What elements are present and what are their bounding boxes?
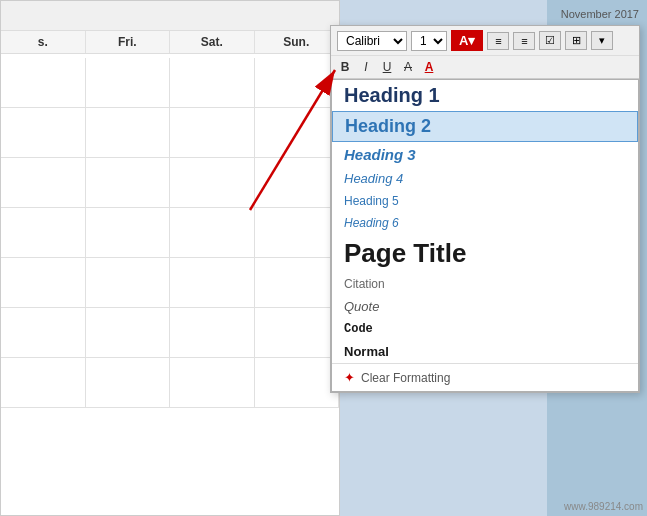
- calendar-cell: [1, 158, 86, 207]
- calendar-cell: [86, 108, 171, 157]
- font-color-button[interactable]: A: [421, 59, 437, 75]
- calendar-cell: [86, 208, 171, 257]
- clear-formatting-item[interactable]: ✦ Clear Formatting: [332, 363, 638, 391]
- clear-formatting-label: Clear Formatting: [361, 371, 450, 385]
- day-s: s.: [1, 31, 86, 53]
- indent-decrease-btn[interactable]: ≡: [487, 32, 509, 50]
- calendar-cell: [86, 358, 171, 407]
- font-family-select[interactable]: Calibri: [337, 31, 407, 51]
- calendar-cell: [1, 58, 86, 107]
- red-arrow: [180, 50, 400, 230]
- svg-line-1: [250, 70, 335, 210]
- calendar-cell: [86, 158, 171, 207]
- date-label: November 2017: [561, 8, 639, 20]
- calendar-cell: [1, 308, 86, 357]
- calendar-cell: [255, 358, 340, 407]
- calendar-cell: [170, 258, 255, 307]
- calendar-cell: [1, 258, 86, 307]
- calendar-cell: [86, 308, 171, 357]
- calendar-cell: [170, 308, 255, 357]
- more-btn[interactable]: ▾: [591, 31, 613, 50]
- citation-label: Citation: [344, 277, 385, 291]
- normal-label: Normal: [344, 344, 389, 359]
- strikethrough-button[interactable]: A: [400, 59, 416, 75]
- code-item[interactable]: Code: [332, 318, 638, 340]
- citation-item[interactable]: Citation: [332, 273, 638, 295]
- calendar-row: [1, 358, 339, 408]
- calendar-cell: [86, 258, 171, 307]
- page-title-label: Page Title: [344, 238, 466, 269]
- normal-item[interactable]: Normal: [332, 340, 638, 363]
- calendar-cell: [1, 208, 86, 257]
- indent-increase-btn[interactable]: ≡: [513, 32, 535, 50]
- calendar-cell: [1, 108, 86, 157]
- quote-label: Quote: [344, 299, 379, 314]
- calendar-header: [1, 1, 339, 31]
- styles-button[interactable]: A▾: [451, 30, 483, 51]
- page-title-item[interactable]: Page Title: [332, 234, 638, 273]
- calendar-cell: [255, 308, 340, 357]
- calendar-cell: [170, 358, 255, 407]
- calendar-row: [1, 308, 339, 358]
- font-size-select[interactable]: 14: [411, 31, 447, 51]
- watermark: www.989214.com: [564, 501, 643, 512]
- calendar-cell: [255, 258, 340, 307]
- calendar-cell: [1, 358, 86, 407]
- quote-item[interactable]: Quote: [332, 295, 638, 318]
- day-fri: Fri.: [86, 31, 171, 53]
- clear-formatting-icon: ✦: [344, 370, 355, 385]
- calendar-row: [1, 258, 339, 308]
- code-label: Code: [344, 322, 373, 336]
- table-btn[interactable]: ⊞: [565, 31, 587, 50]
- checkbox-btn[interactable]: ☑: [539, 31, 561, 50]
- calendar-cell: [86, 58, 171, 107]
